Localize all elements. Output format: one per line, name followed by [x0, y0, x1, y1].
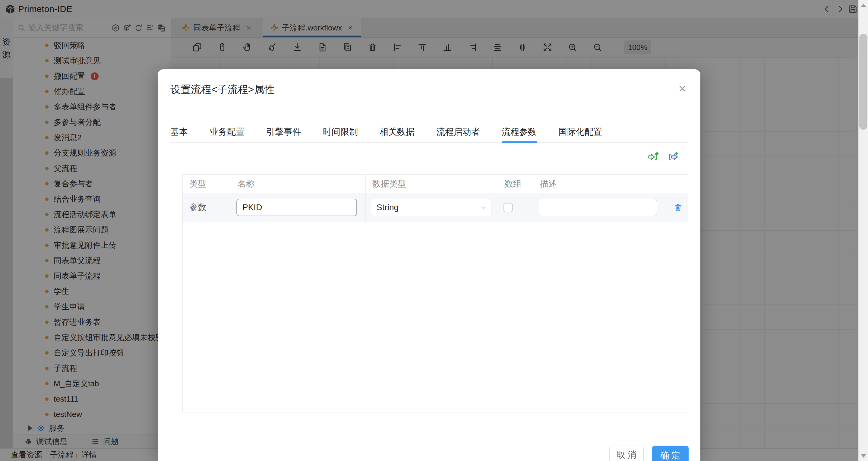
tab-basic[interactable]: 基本: [170, 122, 188, 142]
chevron-down-icon: [480, 204, 487, 211]
dialog-tab-bar: 基本 业务配置 引擎事件 时间限制 相关数据 流程启动者 流程参数 国际化配置: [170, 122, 688, 143]
dialog-title: 设置流程<子流程>属性: [170, 83, 275, 96]
scroll-down-icon[interactable]: [859, 451, 868, 461]
col-header-actions: [668, 175, 688, 193]
param-name-input[interactable]: [236, 199, 357, 216]
scroll-up-icon[interactable]: [859, 0, 868, 10]
tab-i18n-config[interactable]: 国际化配置: [558, 122, 602, 142]
params-table: 类型 名称 数据类型 数组 描述 参数 String: [182, 174, 688, 412]
tab-process-initiator[interactable]: 流程启动者: [436, 122, 480, 142]
col-header-description: 描述: [533, 175, 668, 193]
param-datatype-value: String: [377, 203, 399, 212]
process-properties-dialog: 设置流程<子流程>属性 基本 业务配置 引擎事件 时间限制 相关数据 流程启动者…: [158, 69, 701, 461]
tab-business-config[interactable]: 业务配置: [210, 122, 245, 142]
col-header-name: 名称: [231, 175, 366, 193]
tab-time-limit[interactable]: 时间限制: [323, 122, 358, 142]
cancel-button[interactable]: 取 消: [609, 445, 644, 461]
param-actions: [647, 151, 679, 163]
add-input-param-icon[interactable]: [647, 151, 659, 163]
params-table-header: 类型 名称 数据类型 数组 描述: [183, 175, 688, 193]
param-array-checkbox[interactable]: [503, 203, 513, 212]
add-output-param-icon[interactable]: [667, 151, 679, 163]
param-type-cell: 参数: [183, 202, 206, 213]
dialog-close-icon[interactable]: [678, 84, 687, 93]
tab-related-data[interactable]: 相关数据: [379, 122, 414, 142]
col-header-type: 类型: [183, 175, 231, 193]
page-scrollbar[interactable]: [858, 0, 868, 461]
param-datatype-select[interactable]: String: [371, 199, 491, 216]
col-header-array: 数组: [498, 175, 533, 193]
tab-process-params[interactable]: 流程参数: [502, 122, 537, 142]
primeton-ide-window: Primeton-IDE 资源 AI: [0, 0, 868, 461]
col-header-datatype: 数据类型: [366, 175, 498, 193]
param-description-input[interactable]: [539, 199, 657, 216]
delete-row-icon[interactable]: [674, 203, 683, 212]
tab-engine-events[interactable]: 引擎事件: [266, 122, 301, 142]
param-row: 参数 String: [183, 193, 688, 222]
scrollbar-thumb[interactable]: [859, 34, 867, 130]
confirm-button[interactable]: 确 定: [652, 445, 689, 461]
